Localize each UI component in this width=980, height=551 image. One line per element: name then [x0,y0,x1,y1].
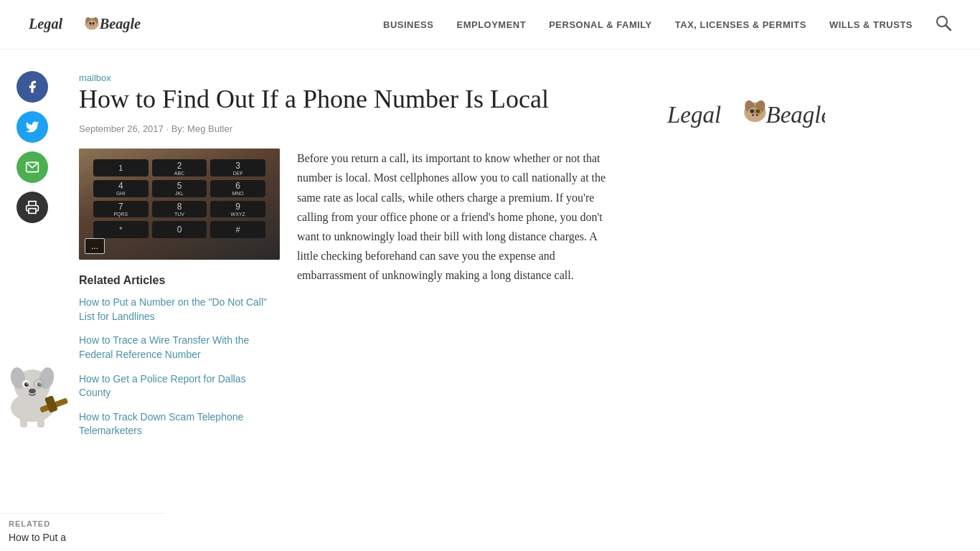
twitter-icon [25,120,39,134]
svg-point-39 [752,114,754,116]
svg-text:Beagle: Beagle [99,16,141,32]
article-left-column: 1 2ABC 3DEF 4GHI 5JKL 6MNO 7PQRS 8TUV 9W… [79,149,280,448]
nav-personal-family[interactable]: PERSONAL & FAMILY [549,19,652,30]
article-area: mailbox How to Find Out If a Phone Numbe… [65,50,639,470]
email-share-button[interactable] [17,151,48,183]
article-image: 1 2ABC 3DEF 4GHI 5JKL 6MNO 7PQRS 8TUV 9W… [79,149,280,260]
article-body: 1 2ABC 3DEF 4GHI 5JKL 6MNO 7PQRS 8TUV 9W… [79,149,617,448]
article-date: September 26, 2017 [79,123,164,134]
related-articles-heading: Related Articles [79,274,280,287]
article-meta: September 26, 2017 · By: Meg Butler [79,123,617,134]
article-author-name: Meg Butler [187,123,232,134]
svg-line-12 [946,25,951,30]
article-text: Before you return a call, its important … [297,149,617,448]
article-by-separator: · [166,123,171,134]
nav-business[interactable]: BUSINESS [383,19,433,30]
nav-wills[interactable]: WILLS & TRUSTS [829,19,913,30]
svg-point-6 [93,22,95,24]
svg-rect-28 [37,415,44,428]
search-button[interactable] [936,15,951,34]
header: Legal Beagle BUSINESS EMPLOYMENT PERSONA… [0,0,980,50]
svg-rect-14 [29,209,36,214]
svg-text:Beagle: Beagle [766,102,826,128]
related-link-1[interactable]: How to Put a Number on the "Do Not Call"… [79,296,280,324]
svg-point-9 [93,24,94,26]
svg-point-8 [90,24,92,26]
article-by: By: [171,123,185,134]
search-icon [936,15,951,31]
related-link-2[interactable]: How to Trace a Wire Transfer With the Fe… [79,334,280,362]
main-nav: BUSINESS EMPLOYMENT PERSONAL & FAMILY TA… [383,15,951,34]
svg-point-26 [33,379,44,389]
nav-employment[interactable]: EMPLOYMENT [456,19,526,30]
logo-svg: Legal Beagle [29,9,143,40]
social-sidebar [0,50,65,470]
lb-logo-large: Legal Beagle [653,71,839,157]
svg-point-25 [29,389,36,394]
related-link-3[interactable]: How to Get a Police Report for Dallas Co… [79,372,280,400]
svg-point-21 [24,382,29,387]
image-caption-button[interactable]: ... [85,238,105,254]
svg-point-41 [753,107,762,115]
svg-text:Legal: Legal [667,102,721,128]
svg-point-36 [750,109,755,113]
facebook-share-button[interactable] [17,71,48,103]
print-icon [25,200,39,215]
article-title: How to Find Out If a Phone Number Is Loc… [79,84,617,115]
nav-tax[interactable]: TAX, LICENSES & PERMITS [675,19,806,30]
dog-svg [0,347,72,433]
twitter-share-button[interactable] [17,111,48,143]
print-button[interactable] [17,192,48,223]
breadcrumb[interactable]: mailbox [79,72,111,83]
related-link-4[interactable]: How to Track Down Scam Telephone Telemar… [79,410,280,438]
main-container: mailbox How to Find Out If a Phone Numbe… [0,50,980,470]
lb-logo-large-svg: Legal Beagle [667,85,825,143]
related-articles: Related Articles How to Put a Number on … [79,274,280,438]
facebook-icon [25,80,39,94]
logo[interactable]: Legal Beagle [29,9,143,40]
right-sidebar: Legal Beagle [639,50,854,470]
svg-point-5 [89,22,91,24]
email-icon [25,160,39,174]
svg-point-23 [27,383,28,385]
dog-illustration [0,347,72,433]
svg-text:Legal: Legal [29,16,63,32]
svg-rect-27 [20,415,27,428]
